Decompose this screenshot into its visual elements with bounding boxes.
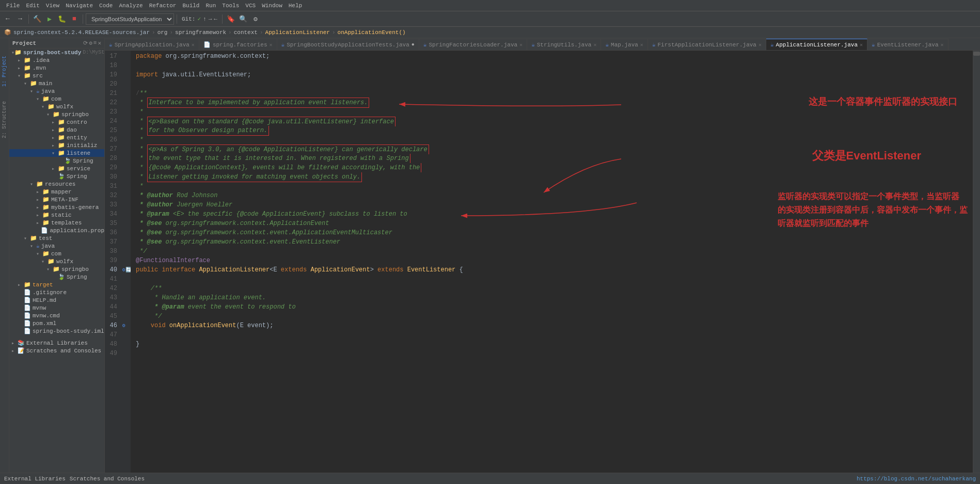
back-button[interactable]: ← xyxy=(2,13,13,25)
tree-item-iml[interactable]: ▸ 📄 spring-boot-study.iml xyxy=(9,327,104,335)
menu-item-navigate[interactable]: Navigate xyxy=(62,3,96,9)
debug-button[interactable]: 🐛 xyxy=(56,13,68,25)
menu-item-build[interactable]: Build xyxy=(179,3,202,9)
tree-item-idea[interactable]: ▸ 📁 .idea xyxy=(9,56,104,64)
menu-item-run[interactable]: Run xyxy=(202,3,219,9)
tree-item-target[interactable]: ▸ 📁 target xyxy=(9,281,104,288)
stop-button[interactable]: ■ xyxy=(69,13,80,25)
code-panel[interactable]: package org.springframework.context; imp… xyxy=(131,51,973,473)
blog-url[interactable]: https://blog.csdn.net/suchahaerkang xyxy=(857,476,976,482)
tree-scratches[interactable]: ▸ 📝 Scratches and Consoles xyxy=(9,347,104,354)
menu-item-refactor[interactable]: Refactor xyxy=(146,3,180,9)
tree-item-service[interactable]: ▸ 📁 service xyxy=(9,165,104,172)
git-update[interactable]: → xyxy=(209,16,212,22)
gear-icon[interactable]: ⚙ xyxy=(89,40,92,46)
tree-item-helpmd[interactable]: ▸ 📄 HELP.md xyxy=(9,296,104,304)
tree-root[interactable]: ▾ 📁 spring-boot-study D:\MySt xyxy=(9,49,104,56)
settings-button[interactable]: ⚙ xyxy=(250,13,261,25)
tab-first-app-listener[interactable]: ☕ FirstApplicationListener.java ✕ xyxy=(648,39,766,50)
sync-icon[interactable]: ⟳ xyxy=(83,40,88,46)
build-button[interactable]: 🔨 xyxy=(31,13,43,25)
menu-item-vcs[interactable]: VCS xyxy=(242,3,259,9)
git-fetch[interactable]: ← xyxy=(214,16,217,22)
tree-item-mvnwcmd[interactable]: ▸ 📄 mvnw.cmd xyxy=(9,312,104,319)
tab-spring-factories[interactable]: 📄 spring.factories ✕ xyxy=(199,39,277,50)
tab-event-listener[interactable]: ☕ EventListener.java ✕ xyxy=(867,39,948,50)
editor-content[interactable]: 17 18 19 20 21 22 23 24 25 26 27 28 29 3… xyxy=(105,51,980,473)
breadcrumb-org[interactable]: org xyxy=(157,29,168,36)
tree-item-test-java[interactable]: ▾ ☕ java xyxy=(9,242,104,250)
tab-spring-factories-loader[interactable]: ☕ SpringFactoriesLoader.java ✕ xyxy=(419,39,527,50)
breadcrumb-jar[interactable]: 📦 xyxy=(4,29,11,36)
expand-icon[interactable]: ≡ xyxy=(93,40,97,46)
git-checkmark[interactable]: ✓ xyxy=(197,15,201,22)
breadcrumb-context[interactable]: context xyxy=(234,29,258,36)
tree-item-src[interactable]: ▾ 📁 src xyxy=(9,72,104,79)
menu-item-window[interactable]: Window xyxy=(259,3,286,9)
close-sidebar-icon[interactable]: ✕ xyxy=(98,40,101,46)
tree-item-resources[interactable]: ▾ 📁 resources xyxy=(9,180,104,188)
tree-item-spring-listener[interactable]: ▸ 🍃 Spring xyxy=(9,157,104,165)
tree-item-com[interactable]: ▾ 📁 com xyxy=(9,95,104,103)
toolbar-separator2 xyxy=(83,14,83,24)
tree-item-test-com[interactable]: ▾ 📁 com xyxy=(9,250,104,257)
run-button[interactable]: ▶ xyxy=(44,13,55,25)
tree-item-pom[interactable]: ▸ 📄 pom.xml xyxy=(9,319,104,327)
tree-item-test-springbo[interactable]: ▾ 📁 springbo xyxy=(9,265,104,273)
search-everywhere-button[interactable]: 🔍 xyxy=(238,13,249,25)
forward-button[interactable]: → xyxy=(14,13,26,25)
menu-item-tools[interactable]: Tools xyxy=(219,3,242,9)
scrollbar-area[interactable] xyxy=(973,51,980,473)
tree-item-test-spring[interactable]: ▸ 🍃 Spring xyxy=(9,273,104,281)
tree-item-templates[interactable]: ▸ 📁 templates xyxy=(9,219,104,227)
bookmark-button[interactable]: 🔖 xyxy=(225,13,236,25)
code-line-25: * for the Observer design pattern. xyxy=(136,126,973,135)
git-push[interactable]: ↑ xyxy=(203,16,207,22)
breadcrumb-class[interactable]: ApplicationListener xyxy=(265,29,330,36)
tree-spacer xyxy=(9,335,104,339)
external-libraries-link[interactable]: External Libraries xyxy=(4,476,66,482)
tree-item-static[interactable]: ▸ 📁 static xyxy=(9,211,104,219)
tree-item-java[interactable]: ▾ ☕ java xyxy=(9,87,104,95)
tree-item-mybatis[interactable]: ▸ 📁 mybatis-genera xyxy=(9,203,104,211)
menu-item-help[interactable]: Help xyxy=(286,3,305,9)
tree-item-main[interactable]: ▾ 📁 main xyxy=(9,79,104,87)
project-tool-tab[interactable]: 1: Project xyxy=(1,54,8,89)
toolbar-separator4 xyxy=(222,14,223,24)
breadcrumb-springframework[interactable]: springframework xyxy=(175,29,226,36)
tree-external-libraries[interactable]: ▸ 📚 External Libraries xyxy=(9,339,104,347)
tree-item-wolfx[interactable]: ▾ 📁 wolfx xyxy=(9,103,104,110)
tree-item-meta-inf[interactable]: ▸ 📁 META-INF xyxy=(9,196,104,203)
tree-item-entity[interactable]: ▸ 📁 entity xyxy=(9,134,104,141)
tree-item-application-prop[interactable]: ▸ 📄 application.prop xyxy=(9,227,104,234)
tree-item-gitignore[interactable]: ▸ 📄 .gitignore xyxy=(9,288,104,296)
tab-spring-application[interactable]: ☕ SpringApplication.java ✕ xyxy=(105,39,199,50)
menu-item-view[interactable]: View xyxy=(43,3,62,9)
scratches-link[interactable]: Scratches and Consoles xyxy=(70,476,145,482)
breadcrumb-jar-name[interactable]: spring-context-5.2.4.RELEASE-sources.jar xyxy=(13,29,150,36)
tree-item-dao[interactable]: ▸ 📁 dao xyxy=(9,126,104,134)
tab-map[interactable]: ☕ Map.java ✕ xyxy=(601,39,647,50)
structure-tool-tab[interactable]: 2: Structure xyxy=(1,99,8,140)
tree-item-test[interactable]: ▾ 📁 test xyxy=(9,234,104,242)
menu-item-code[interactable]: Code xyxy=(96,3,116,9)
tab-string-utils[interactable]: ☕ StringUtils.java ✕ xyxy=(527,39,601,50)
tree-item-mvn[interactable]: ▸ 📁 .mvn xyxy=(9,64,104,72)
menu-item-edit[interactable]: Edit xyxy=(23,3,42,9)
tree-item-mvnw[interactable]: ▸ 📄 mvnw xyxy=(9,304,104,312)
tree-item-spring-main[interactable]: ▸ 🍃 Spring xyxy=(9,172,104,180)
status-right: https://blog.csdn.net/suchahaerkang xyxy=(857,476,976,482)
menu-item-analyze[interactable]: Analyze xyxy=(116,3,146,9)
run-config-dropdown[interactable]: SpringBootStudyApplication xyxy=(86,13,174,25)
tab-springboot-tests[interactable]: ☕ SpringBootStudyApplicationTests.java ● xyxy=(277,39,419,50)
tab-app-listener[interactable]: ☕ ApplicationListener.java ✕ xyxy=(766,39,867,50)
breadcrumb-method[interactable]: onApplicationEvent() xyxy=(338,29,406,36)
tree-item-initializ[interactable]: ▸ 📁 initializ xyxy=(9,141,104,149)
menu-item-file[interactable]: File xyxy=(3,3,23,9)
tree-item-contro[interactable]: ▸ 📁 contro xyxy=(9,118,104,126)
tree-item-springbo[interactable]: ▾ 📁 springbo xyxy=(9,110,104,118)
tree-item-test-wolfx[interactable]: ▾ 📁 wolfx xyxy=(9,257,104,265)
code-line-49 xyxy=(136,349,973,358)
tree-item-mapper[interactable]: ▸ 📁 mapper xyxy=(9,188,104,196)
tree-item-listene[interactable]: ▾ 📁 listene xyxy=(9,149,104,157)
